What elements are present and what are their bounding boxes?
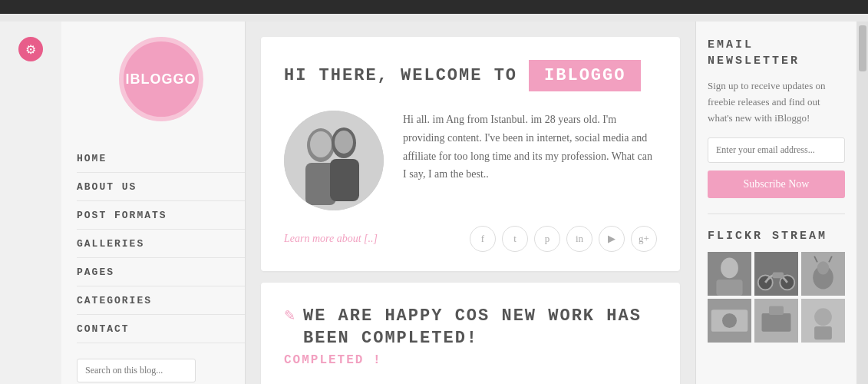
googleplus-icon[interactable]: g+ (631, 226, 657, 252)
top-bar (0, 0, 868, 14)
nav-item-galleries[interactable]: GALLERIES (77, 230, 245, 258)
svg-point-6 (335, 131, 353, 154)
nav-link-pages[interactable]: PAGES (77, 266, 114, 278)
edit-icon: ✎ (284, 307, 295, 324)
post-title-text: WE ARE HAPPY COS NEW WORK HAS BEEN COMPL… (303, 306, 642, 349)
page-layout: ⚙ IBLOGGO HOME ABOUT US POST FORMATS GAL… (0, 14, 868, 384)
nav-link-post-formats[interactable]: POST FORMATS (77, 210, 167, 221)
nav-item-pages[interactable]: PAGES (77, 258, 245, 286)
nav-link-categories[interactable]: CATEGORIES (77, 295, 152, 306)
flickr-thumb-3[interactable] (801, 252, 845, 296)
svg-point-26 (814, 309, 832, 326)
svg-point-16 (817, 262, 829, 275)
divider (708, 214, 845, 214)
sidebar-right: EMAILNEWSLETTER Sign up to receive updat… (695, 22, 856, 384)
main-content: HI THERE, WELCOME TO IBLOGGO (246, 22, 695, 384)
email-input[interactable] (708, 137, 845, 163)
facebook-icon[interactable]: f (470, 226, 496, 252)
sidebar-left: ⚙ (0, 22, 61, 384)
search-input[interactable] (77, 359, 196, 382)
gear-icon: ⚙ (25, 42, 36, 57)
card-footer: Learn more about [..] f t p in ▶ g+ (284, 226, 657, 252)
newsletter-title: EMAILNEWSLETTER (708, 37, 845, 69)
flickr-thumb-2[interactable] (754, 252, 798, 296)
flickr-thumb-6[interactable] (801, 299, 845, 343)
welcome-card: HI THERE, WELCOME TO IBLOGGO (261, 37, 680, 271)
nav-item-home[interactable]: HOME (77, 144, 245, 173)
flickr-title: FLICKR STREAM (708, 230, 845, 243)
youtube-icon[interactable]: ▶ (599, 226, 625, 252)
nav-link-about[interactable]: ABOUT US (77, 181, 137, 193)
scrollbar-thumb[interactable] (859, 25, 866, 71)
svg-rect-24 (769, 306, 784, 315)
sidebar-nav: IBLOGGO HOME ABOUT US POST FORMATS GALLE… (61, 22, 246, 384)
flickr-thumb-1[interactable] (708, 252, 751, 296)
social-icons: f t p in ▶ g+ (470, 226, 657, 252)
flickr-grid (708, 252, 845, 343)
logo[interactable]: IBLOGGO (119, 37, 203, 121)
welcome-prefix: HI THERE, WELCOME TO (284, 66, 517, 85)
logo-text: IBLOGGO (126, 71, 196, 88)
learn-more-link[interactable]: Learn more about [..] (284, 233, 378, 245)
post-card: ✎ WE ARE HAPPY COS NEW WORK HAS BEEN COM… (261, 283, 680, 384)
nav-link-home[interactable]: HOME (77, 153, 107, 164)
nav-menu: HOME ABOUT US POST FORMATS GALLERIES PAG… (77, 144, 245, 343)
scrollbar-area (856, 22, 868, 384)
avatar (284, 111, 384, 210)
post-title-line2: BEEN COMPLETED! (303, 328, 642, 350)
svg-rect-4 (330, 159, 359, 201)
nav-item-categories[interactable]: CATEGORIES (77, 286, 245, 315)
brand-badge: IBLOGGO (529, 60, 641, 91)
post-title-line1: WE ARE HAPPY COS NEW WORK HAS (303, 306, 642, 328)
about-section: Hi all. im Ang from Istanbul. im 28 year… (284, 111, 657, 210)
nav-item-post-formats[interactable]: POST FORMATS (77, 201, 245, 230)
pinterest-icon[interactable]: p (534, 226, 560, 252)
gear-button[interactable]: ⚙ (18, 37, 43, 61)
svg-rect-27 (814, 326, 832, 339)
newsletter-desc: Sign up to receive updates on freebie re… (708, 78, 845, 126)
post-title-area: ✎ WE ARE HAPPY COS NEW WORK HAS BEEN COM… (284, 306, 657, 349)
svg-rect-9 (716, 280, 742, 296)
svg-rect-23 (762, 313, 791, 332)
svg-point-21 (722, 313, 737, 328)
twitter-icon[interactable]: t (502, 226, 528, 252)
nav-link-contact[interactable]: CONTACT (77, 323, 130, 335)
subscribe-button[interactable]: Subscribe Now (708, 170, 845, 198)
nav-item-about[interactable]: ABOUT US (77, 173, 245, 201)
svg-rect-13 (773, 273, 784, 279)
svg-point-5 (310, 131, 332, 157)
nav-item-contact[interactable]: CONTACT (77, 315, 245, 343)
svg-point-8 (721, 258, 738, 279)
flickr-thumb-5[interactable] (754, 299, 798, 343)
linkedin-icon[interactable]: in (566, 226, 592, 252)
nav-link-galleries[interactable]: GALLERIES (77, 238, 144, 250)
welcome-heading: HI THERE, WELCOME TO IBLOGGO (284, 60, 657, 91)
flickr-thumb-4[interactable] (708, 299, 751, 343)
about-text: Hi all. im Ang from Istanbul. im 28 year… (403, 111, 657, 210)
completed-tag: COMPLETED ! (284, 353, 657, 367)
